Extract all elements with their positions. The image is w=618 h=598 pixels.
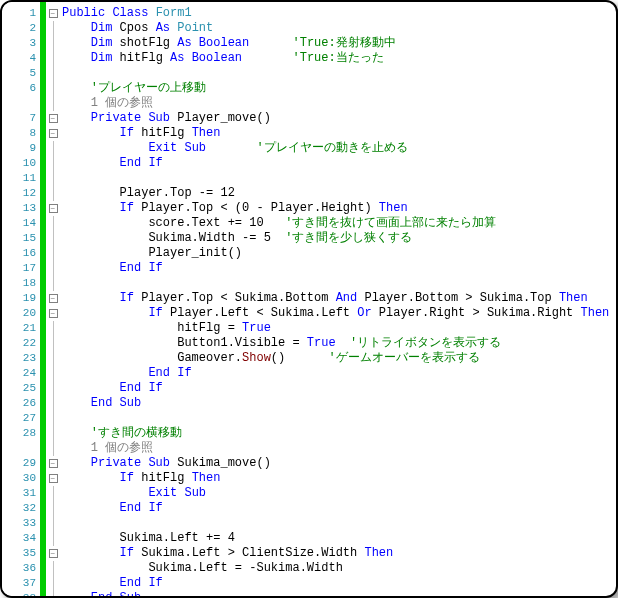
code-line[interactable]: Sukima.Width -= 5 'すき間を少し狭くする — [62, 231, 616, 246]
line-number: 2 — [2, 21, 36, 36]
fold-guide — [46, 351, 60, 366]
fold-toggle[interactable]: − — [46, 306, 60, 321]
fold-toggle[interactable]: − — [46, 126, 60, 141]
fold-toggle[interactable]: − — [46, 546, 60, 561]
code-line[interactable]: End If — [62, 576, 616, 591]
line-number: 16 — [2, 246, 36, 261]
fold-guide — [46, 141, 60, 156]
code-line[interactable]: If Player.Top < Sukima.Bottom And Player… — [62, 291, 616, 306]
code-line[interactable] — [62, 276, 616, 291]
fold-toggle[interactable]: − — [46, 471, 60, 486]
code-line[interactable]: If hitFlg Then — [62, 471, 616, 486]
fold-guide — [46, 231, 60, 246]
code-line[interactable]: hitFlg = True — [62, 321, 616, 336]
code-line[interactable] — [62, 66, 616, 81]
code-line[interactable]: If Player.Top < (0 - Player.Height) Then — [62, 201, 616, 216]
line-number: 26 — [2, 396, 36, 411]
code-line[interactable]: Gameover.Show() 'ゲームオーバーを表示する — [62, 351, 616, 366]
line-number: 1 — [2, 6, 36, 21]
code-line[interactable]: 'すき間の横移動 — [62, 426, 616, 441]
code-editor[interactable]: 1234567891011121314151617181920212223242… — [0, 0, 618, 598]
line-number: 38 — [2, 591, 36, 598]
code-line[interactable] — [62, 411, 616, 426]
code-line[interactable]: Sukima.Left = -Sukima.Width — [62, 561, 616, 576]
line-number: 34 — [2, 531, 36, 546]
fold-toggle[interactable]: − — [46, 291, 60, 306]
line-number: 31 — [2, 486, 36, 501]
code-line[interactable]: Public Class Form1 — [62, 6, 616, 21]
code-line[interactable]: End If — [62, 366, 616, 381]
line-number: 10 — [2, 156, 36, 171]
line-number: 6 — [2, 81, 36, 96]
code-line[interactable]: End If — [62, 261, 616, 276]
fold-guide — [46, 381, 60, 396]
code-line[interactable]: Button1.Visible = True 'リトライボタンを表示する — [62, 336, 616, 351]
fold-guide — [46, 156, 60, 171]
fold-guide — [46, 396, 60, 411]
code-line[interactable]: End If — [62, 501, 616, 516]
code-line[interactable]: Private Sub Player_move() — [62, 111, 616, 126]
line-number: 17 — [2, 261, 36, 276]
fold-toggle[interactable]: − — [46, 201, 60, 216]
minus-icon: − — [49, 204, 58, 213]
line-number: 33 — [2, 516, 36, 531]
fold-guide — [46, 81, 60, 96]
fold-toggle[interactable]: − — [46, 111, 60, 126]
line-number: 29 — [2, 456, 36, 471]
code-line[interactable]: score.Text += 10 'すき間を抜けて画面上部に来たら加算 — [62, 216, 616, 231]
line-number: 14 — [2, 216, 36, 231]
line-number: 24 — [2, 366, 36, 381]
code-line[interactable]: End Sub — [62, 396, 616, 411]
code-line[interactable]: Dim Cpos As Point — [62, 21, 616, 36]
code-line[interactable]: Dim shotFlg As Boolean 'True:発射移動中 — [62, 36, 616, 51]
fold-column[interactable]: −−−−−−−−− — [46, 2, 60, 596]
code-line[interactable]: Exit Sub — [62, 486, 616, 501]
line-number: 12 — [2, 186, 36, 201]
code-line[interactable]: Sukima.Left += 4 — [62, 531, 616, 546]
code-line[interactable]: If Sukima.Left > ClientSize.Width Then — [62, 546, 616, 561]
code-line[interactable]: End If — [62, 381, 616, 396]
code-line[interactable]: Dim hitFlg As Boolean 'True:当たった — [62, 51, 616, 66]
code-line[interactable]: If Player.Left < Sukima.Left Or Player.R… — [62, 306, 616, 321]
code-line[interactable] — [62, 171, 616, 186]
line-number: 11 — [2, 171, 36, 186]
fold-guide — [46, 591, 60, 598]
minus-icon: − — [49, 549, 58, 558]
fold-guide — [46, 186, 60, 201]
fold-guide — [46, 216, 60, 231]
code-line[interactable]: End Sub — [62, 591, 616, 596]
code-line[interactable]: If hitFlg Then — [62, 126, 616, 141]
fold-guide — [46, 36, 60, 51]
minus-icon: − — [49, 474, 58, 483]
line-number-gutter: 1234567891011121314151617181920212223242… — [2, 2, 40, 596]
fold-guide — [46, 411, 60, 426]
line-number: 19 — [2, 291, 36, 306]
code-line[interactable]: Exit Sub 'プレイヤーの動きを止める — [62, 141, 616, 156]
fold-guide — [46, 261, 60, 276]
fold-guide — [46, 96, 60, 111]
code-line[interactable]: Private Sub Sukima_move() — [62, 456, 616, 471]
line-number: 9 — [2, 141, 36, 156]
code-line[interactable]: 'プレイヤーの上移動 — [62, 81, 616, 96]
fold-guide — [46, 501, 60, 516]
code-area[interactable]: Public Class Form1 Dim Cpos As Point Dim… — [60, 2, 616, 596]
code-line[interactable]: 1 個の参照 — [62, 96, 616, 111]
code-line[interactable] — [62, 516, 616, 531]
fold-guide — [46, 531, 60, 546]
line-number: 5 — [2, 66, 36, 81]
fold-guide — [46, 321, 60, 336]
fold-guide — [46, 336, 60, 351]
line-number: 20 — [2, 306, 36, 321]
code-line[interactable]: Player_init() — [62, 246, 616, 261]
line-number: 21 — [2, 321, 36, 336]
code-line[interactable]: End If — [62, 156, 616, 171]
fold-toggle[interactable]: − — [46, 456, 60, 471]
fold-guide — [46, 426, 60, 441]
code-line[interactable]: Player.Top -= 12 — [62, 186, 616, 201]
fold-toggle[interactable]: − — [46, 6, 60, 21]
line-number: 28 — [2, 426, 36, 441]
code-line[interactable]: 1 個の参照 — [62, 441, 616, 456]
fold-guide — [46, 21, 60, 36]
minus-icon: − — [49, 9, 58, 18]
minus-icon: − — [49, 294, 58, 303]
